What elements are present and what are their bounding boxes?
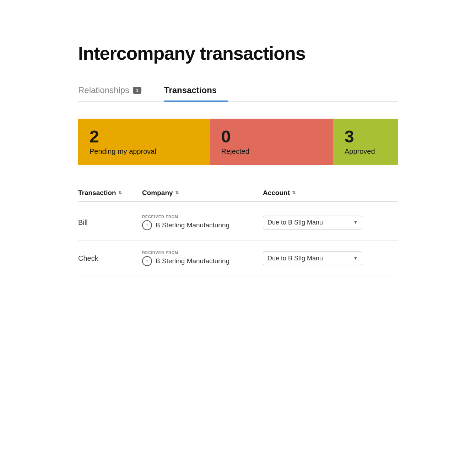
table-header: Transaction ⇅ Company ⇅ Account ⇅ xyxy=(78,185,398,202)
company-name-row-check: B Sterling Manufacturing xyxy=(142,256,263,266)
account-cell-bill[interactable]: Due to B Stlg Manu ▼ xyxy=(263,216,377,229)
stats-bar: 2 Pending my approval 0 Rejected 3 Appro… xyxy=(78,119,398,165)
account-cell-check[interactable]: Due to B Stlg Manu ▼ xyxy=(263,251,377,265)
tabs-container: Relationships 1 Transactions xyxy=(78,81,398,102)
transaction-type-check: Check xyxy=(78,254,142,263)
account-value-check: Due to B Stlg Manu xyxy=(267,255,323,262)
tab-relationships-badge: 1 xyxy=(133,87,141,94)
stat-approved-number: 3 xyxy=(345,128,386,145)
company-name-row-bill: B Sterling Manufacturing xyxy=(142,220,263,230)
received-from-icon-check xyxy=(142,256,152,266)
tab-transactions-label: Transactions xyxy=(164,85,217,95)
tab-relationships-label: Relationships xyxy=(78,85,129,95)
company-cell-check: RECEIVED FROM B Sterling Manufacturing xyxy=(142,250,263,266)
dropdown-arrow-bill: ▼ xyxy=(353,220,358,225)
received-from-label-check: RECEIVED FROM xyxy=(142,250,263,255)
stat-rejected-number: 0 xyxy=(221,128,322,145)
col-header-transaction[interactable]: Transaction ⇅ xyxy=(78,189,142,197)
received-from-icon-bill xyxy=(142,220,152,230)
dropdown-arrow-check: ▼ xyxy=(353,256,358,261)
page-title: Intercompany transactions xyxy=(78,43,398,64)
transactions-table: Transaction ⇅ Company ⇅ Account ⇅ Bill R… xyxy=(78,185,398,276)
col-account-label: Account xyxy=(263,189,290,197)
tab-relationships[interactable]: Relationships 1 xyxy=(78,81,153,101)
sort-company-icon[interactable]: ⇅ xyxy=(175,190,179,195)
account-dropdown-bill[interactable]: Due to B Stlg Manu ▼ xyxy=(263,216,362,229)
account-value-bill: Due to B Stlg Manu xyxy=(267,219,323,226)
stat-pending[interactable]: 2 Pending my approval xyxy=(78,119,210,165)
col-transaction-label: Transaction xyxy=(78,189,116,197)
stat-rejected-label: Rejected xyxy=(221,147,322,156)
sort-account-icon[interactable]: ⇅ xyxy=(292,190,296,195)
table-row: Check RECEIVED FROM B Sterling Manufactu… xyxy=(78,240,398,276)
table-row: Bill RECEIVED FROM B Sterling Manufactur… xyxy=(78,205,398,240)
stat-approved-label: Approved xyxy=(345,147,386,156)
company-name-bill: B Sterling Manufacturing xyxy=(156,221,229,229)
company-name-check: B Sterling Manufacturing xyxy=(156,257,229,265)
transaction-type-bill: Bill xyxy=(78,218,142,227)
company-cell-bill: RECEIVED FROM B Sterling Manufacturing xyxy=(142,215,263,230)
received-from-label-bill: RECEIVED FROM xyxy=(142,215,263,219)
stat-approved[interactable]: 3 Approved xyxy=(333,119,398,165)
stat-pending-label: Pending my approval xyxy=(90,147,199,156)
col-header-company[interactable]: Company ⇅ xyxy=(142,189,263,197)
stat-rejected[interactable]: 0 Rejected xyxy=(210,119,333,165)
col-company-label: Company xyxy=(142,189,173,197)
sort-transaction-icon[interactable]: ⇅ xyxy=(118,190,122,195)
stat-pending-number: 2 xyxy=(90,128,199,145)
tab-transactions[interactable]: Transactions xyxy=(164,81,228,101)
col-header-account[interactable]: Account ⇅ xyxy=(263,189,377,197)
account-dropdown-check[interactable]: Due to B Stlg Manu ▼ xyxy=(263,251,362,265)
